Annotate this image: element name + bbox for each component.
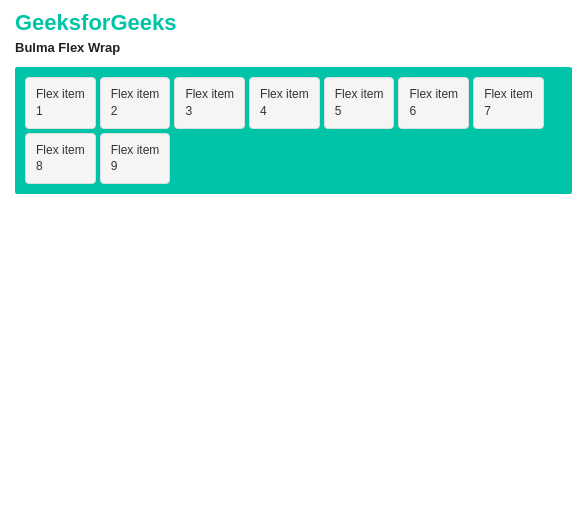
- flex-item: Flex item 2: [100, 77, 171, 129]
- flex-item: Flex item 7: [473, 77, 544, 129]
- flex-container: Flex item 1Flex item 2Flex item 3Flex it…: [15, 67, 572, 194]
- flex-item: Flex item 5: [324, 77, 395, 129]
- page-title: Bulma Flex Wrap: [15, 40, 572, 55]
- flex-item: Flex item 1: [25, 77, 96, 129]
- flex-item: Flex item 9: [100, 133, 171, 185]
- flex-item: Flex item 3: [174, 77, 245, 129]
- flex-item: Flex item 4: [249, 77, 320, 129]
- flex-item: Flex item 6: [398, 77, 469, 129]
- flex-item: Flex item 8: [25, 133, 96, 185]
- site-title: GeeksforGeeks: [15, 10, 572, 36]
